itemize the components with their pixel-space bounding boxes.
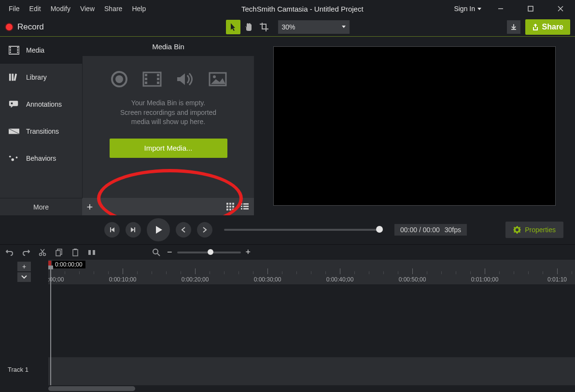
sidebar-more-button[interactable]: More + bbox=[0, 198, 82, 215]
svg-rect-1 bbox=[528, 6, 533, 11]
sidebar-item-transitions[interactable]: Transitions bbox=[0, 118, 82, 145]
zoom-in-button[interactable]: + bbox=[246, 247, 251, 257]
zoom-search-icon bbox=[151, 247, 162, 258]
svg-rect-35 bbox=[229, 206, 231, 208]
step-back-button[interactable] bbox=[104, 222, 120, 238]
svg-rect-7 bbox=[10, 52, 11, 53]
timeline-toolbar: − + bbox=[0, 244, 575, 260]
playback-slider-thumb[interactable] bbox=[376, 226, 383, 233]
record-button[interactable]: Record bbox=[5, 22, 44, 32]
next-button[interactable] bbox=[197, 222, 212, 238]
sidebar-item-annotations[interactable]: Annotations bbox=[0, 91, 82, 118]
playback-slider[interactable] bbox=[224, 229, 383, 231]
svg-rect-27 bbox=[157, 78, 159, 80]
paste-button[interactable] bbox=[70, 247, 81, 258]
svg-rect-15 bbox=[11, 102, 13, 104]
svg-rect-52 bbox=[88, 250, 91, 255]
list-view-button[interactable] bbox=[238, 200, 251, 213]
timeline-track-row-1[interactable] bbox=[48, 357, 575, 381]
svg-rect-5 bbox=[10, 47, 11, 49]
svg-rect-14 bbox=[9, 101, 18, 106]
split-button[interactable] bbox=[86, 247, 98, 258]
svg-rect-8 bbox=[17, 47, 18, 49]
copy-button[interactable] bbox=[53, 247, 65, 258]
share-label: Share bbox=[542, 23, 563, 31]
sidebar-item-library[interactable]: Library bbox=[0, 64, 82, 91]
sidebar-item-behaviors[interactable]: Behaviors bbox=[0, 145, 82, 172]
more-label: More bbox=[33, 203, 49, 211]
timeline-scrollbar[interactable] bbox=[48, 385, 575, 392]
image-type-icon bbox=[208, 70, 227, 88]
cursor-tool-button[interactable] bbox=[226, 20, 240, 34]
hand-tool-button[interactable] bbox=[241, 20, 256, 34]
timeline-left-gutter: + Track 1 bbox=[0, 260, 48, 392]
window-minimize-button[interactable] bbox=[490, 0, 511, 17]
import-media-button[interactable]: Import Media... bbox=[110, 139, 227, 158]
svg-point-19 bbox=[16, 156, 18, 158]
step-forward-button[interactable] bbox=[126, 222, 141, 238]
signin-label: Sign In bbox=[454, 5, 475, 13]
svg-rect-9 bbox=[17, 49, 18, 51]
track-label-track1[interactable]: Track 1 bbox=[0, 357, 48, 381]
zoom-select[interactable]: 30% bbox=[278, 20, 350, 34]
timeline-scrollbar-thumb[interactable] bbox=[48, 386, 135, 391]
menu-bar: File Edit Modify View Share Help TechSmi… bbox=[0, 0, 575, 17]
redo-button[interactable] bbox=[20, 247, 32, 258]
svg-rect-28 bbox=[157, 82, 159, 84]
svg-point-21 bbox=[115, 75, 123, 83]
timeline-zoom-slider[interactable] bbox=[177, 252, 241, 253]
cut-button[interactable] bbox=[37, 247, 48, 258]
sidebar-item-label: Behaviors bbox=[26, 154, 56, 162]
menu-share[interactable]: Share bbox=[99, 3, 127, 14]
download-button[interactable] bbox=[507, 20, 520, 34]
add-track-button[interactable]: + bbox=[17, 262, 31, 271]
svg-rect-23 bbox=[145, 74, 147, 76]
signin-button[interactable]: Sign In bbox=[454, 5, 481, 13]
record-type-icon bbox=[110, 70, 129, 88]
svg-rect-26 bbox=[157, 74, 159, 76]
menu-modify[interactable]: Modify bbox=[46, 3, 75, 14]
svg-rect-53 bbox=[93, 250, 95, 255]
timeline-ruler[interactable]: 0:00:00;000:00:10;000:00:20;000:00:30;00… bbox=[48, 268, 575, 285]
properties-button[interactable]: Properties bbox=[505, 222, 563, 238]
menu-edit[interactable]: Edit bbox=[25, 3, 46, 14]
behaviors-icon bbox=[9, 154, 19, 163]
sidebar-item-label: Media bbox=[26, 46, 44, 54]
svg-rect-51 bbox=[74, 249, 77, 250]
preview-panel bbox=[254, 37, 575, 215]
media-bin-empty-text: Your Media Bin is empty. Screen recordin… bbox=[120, 98, 216, 127]
sidebar: Media Library Annotations Transitions Be… bbox=[0, 37, 82, 215]
sidebar-item-label: Library bbox=[26, 73, 47, 81]
grid-view-button[interactable] bbox=[224, 200, 237, 213]
svg-rect-34 bbox=[226, 206, 228, 208]
main-area: Media Library Annotations Transitions Be… bbox=[0, 37, 575, 215]
sidebar-add-button[interactable]: + bbox=[82, 198, 98, 216]
undo-button[interactable] bbox=[4, 247, 15, 258]
timeline-ruler-area[interactable]: 0:00:00;00 0:00:00;000:00:10;000:00:20;0… bbox=[48, 260, 575, 392]
record-label: Record bbox=[17, 22, 44, 32]
prev-button[interactable] bbox=[176, 222, 191, 238]
sidebar-item-media[interactable]: Media bbox=[0, 37, 82, 64]
ruler-tick-label: 0:01:00;00 bbox=[471, 276, 499, 283]
zoom-out-button[interactable]: − bbox=[167, 247, 172, 257]
window-close-button[interactable] bbox=[550, 0, 571, 17]
crop-tool-button[interactable] bbox=[257, 20, 271, 34]
menu-view[interactable]: View bbox=[75, 3, 99, 14]
play-button[interactable] bbox=[147, 218, 170, 241]
window-maximize-button[interactable] bbox=[520, 0, 541, 17]
collapse-track-button[interactable] bbox=[17, 272, 31, 282]
preview-canvas[interactable] bbox=[273, 46, 556, 206]
record-icon bbox=[5, 23, 14, 31]
share-icon bbox=[532, 23, 539, 31]
video-type-icon bbox=[142, 70, 162, 88]
ruler-tick-label: 0:00:10;00 bbox=[109, 276, 137, 283]
menu-file[interactable]: File bbox=[4, 3, 25, 14]
timeline-playhead[interactable] bbox=[50, 268, 51, 392]
timeline-zoom-thumb[interactable] bbox=[208, 249, 213, 255]
media-bin-panel: Media Bin Your Media Bin is empty. Scree… bbox=[82, 37, 254, 215]
timeline-panel: + Track 1 0:00:00;00 0:00:00;000:00:10;0… bbox=[0, 260, 575, 392]
share-button[interactable]: Share bbox=[525, 19, 570, 35]
zoom-value: 30% bbox=[282, 23, 295, 31]
svg-rect-6 bbox=[10, 49, 11, 51]
menu-help[interactable]: Help bbox=[127, 3, 151, 14]
